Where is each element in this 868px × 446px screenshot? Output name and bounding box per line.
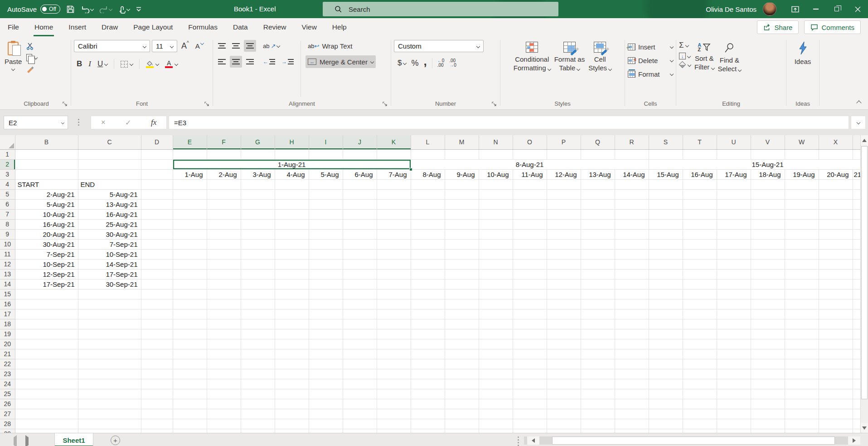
scroll-down-button[interactable] [861,423,868,433]
cell[interactable] [717,329,751,339]
cell[interactable] [785,349,819,359]
row-header-2[interactable]: 2 [0,159,15,169]
cell[interactable] [717,289,751,299]
cell[interactable] [547,309,581,319]
underline-button[interactable]: U [97,59,107,69]
cell[interactable] [141,219,173,229]
cell[interactable] [785,179,819,189]
day-cell[interactable]: 8-Aug [411,169,445,179]
cell[interactable] [683,279,717,289]
day-cell[interactable]: 2-Aug [207,169,241,179]
search-input[interactable] [349,5,521,13]
cell[interactable] [343,199,377,209]
cell[interactable] [479,319,513,329]
cell[interactable] [581,319,615,329]
cell[interactable] [513,409,547,419]
cell[interactable] [411,259,445,269]
cell[interactable] [717,399,751,409]
cell[interactable] [683,229,717,239]
cell[interactable] [411,409,445,419]
cell[interactable] [683,409,717,419]
cell[interactable] [547,329,581,339]
day-cell[interactable]: 7-Aug [377,169,411,179]
number-format-select[interactable]: Custom [394,40,484,52]
cell[interactable] [547,339,581,349]
cell[interactable] [309,399,343,409]
share-button[interactable]: Share [757,20,799,34]
cell[interactable] [275,389,309,399]
clear-button[interactable] [679,62,691,67]
cell[interactable] [78,369,141,379]
cell[interactable] [479,339,513,349]
end-date-cell[interactable]: 30-Sep-21 [78,279,141,289]
cell[interactable] [785,419,819,429]
format-dropdown-icon[interactable] [670,72,674,76]
fill-handle[interactable] [409,168,412,171]
cell[interactable] [649,339,683,349]
format-painter-button[interactable] [26,65,37,73]
day-cell[interactable]: 15-Aug [649,169,683,179]
cell[interactable] [411,429,445,433]
comments-button[interactable]: Comments [804,20,861,34]
align-right-button[interactable] [244,56,256,68]
cell[interactable] [615,249,649,259]
cell[interactable] [615,199,649,209]
cell[interactable] [207,359,241,369]
row-header-20[interactable]: 20 [0,339,15,349]
cell[interactable] [207,289,241,299]
cell[interactable] [649,249,683,259]
font-name-select[interactable]: Calibri [74,40,150,52]
start-date-cell[interactable]: 12-Sep-21 [15,269,78,279]
cell[interactable] [377,349,411,359]
cell[interactable] [717,149,751,159]
cell[interactable] [819,429,853,433]
insert-dropdown-icon[interactable] [670,45,674,49]
cell[interactable] [683,419,717,429]
copy-button[interactable] [26,54,37,61]
cell[interactable] [445,429,479,433]
row-header-7[interactable]: 7 [0,209,15,219]
cell[interactable] [141,369,173,379]
cell[interactable] [241,299,275,309]
cell[interactable] [819,259,853,269]
cell[interactable] [649,319,683,329]
cell[interactable] [683,149,717,159]
cell[interactable] [173,229,207,239]
cell[interactable] [207,149,241,159]
cell[interactable] [581,369,615,379]
restore-button[interactable] [826,0,847,18]
day-cell[interactable]: 18-Aug [751,169,785,179]
cell[interactable] [785,279,819,289]
cell[interactable] [649,309,683,319]
cell[interactable] [411,379,445,389]
cell[interactable] [377,229,411,239]
cell[interactable] [141,389,173,399]
cell[interactable] [173,349,207,359]
cell[interactable] [445,319,479,329]
cell[interactable] [309,149,343,159]
cell[interactable] [819,379,853,389]
cell[interactable] [207,399,241,409]
cell[interactable] [173,199,207,209]
cell[interactable] [751,389,785,399]
cell[interactable] [581,249,615,259]
cell[interactable] [141,289,173,299]
tab-view[interactable]: View [294,18,325,36]
collapse-ribbon-button[interactable] [856,100,861,105]
cell[interactable] [15,319,78,329]
cell[interactable] [343,179,377,189]
fill-dropdown-icon[interactable] [687,54,691,58]
cell[interactable] [581,419,615,429]
cell[interactable] [717,249,751,259]
user-avatar[interactable] [763,2,776,16]
cell[interactable] [581,209,615,219]
cell[interactable] [513,199,547,209]
cell[interactable] [649,229,683,239]
paste-button[interactable]: Paste [5,40,22,73]
cell[interactable] [649,149,683,159]
cell[interactable] [343,379,377,389]
cell[interactable] [479,259,513,269]
tab-help[interactable]: Help [325,18,354,36]
save-icon[interactable] [66,5,75,14]
cell[interactable] [717,359,751,369]
